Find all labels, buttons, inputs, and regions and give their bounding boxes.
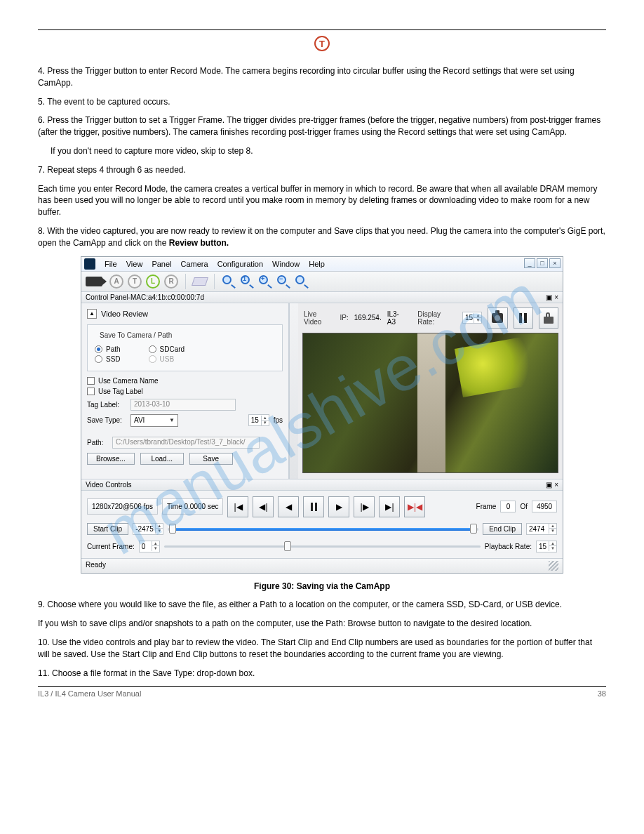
step-7a: 7. Repeat steps 4 through 6 as needed. [38, 164, 606, 176]
start-clip-button[interactable]: Start Clip [87, 523, 128, 535]
frame-label: Frame [476, 503, 497, 510]
figure-caption: Figure 30: Saving via the CamApp [38, 581, 606, 593]
time-info: Time 0.0000 sec [162, 498, 224, 515]
status-text: Ready [86, 561, 106, 571]
step-forward-button[interactable]: |▶ [354, 496, 375, 517]
footer-left: IL3 / IL4 Camera User Manual [38, 689, 141, 698]
step-4: 4. Press the Trigger button to enter Rec… [38, 65, 606, 89]
live-video-pane: Live Video IP: 169.254. IL3-A3 Display R… [298, 303, 563, 479]
step-9a: 9. Choose where you would like to save t… [38, 599, 606, 611]
menu-panel[interactable]: Panel [152, 260, 171, 268]
playback-rate-value[interactable]: 15▲▼ [536, 541, 557, 552]
undock-vc-icon[interactable]: ▣ [546, 481, 552, 489]
step-10: 10. Use the video controls and play bar … [38, 637, 606, 661]
close-button[interactable]: × [549, 258, 561, 268]
step-6b: If you don't need to capture more video,… [51, 145, 606, 157]
browse-button[interactable]: Browse... [87, 453, 135, 465]
close-vc-icon[interactable]: × [554, 481, 558, 489]
zoom-in-icon[interactable]: + [258, 274, 272, 289]
snapshot-button[interactable] [488, 307, 507, 329]
frame-value[interactable]: 0 [500, 501, 516, 512]
toolbar-separator [185, 274, 186, 289]
menu-configuration[interactable]: Configuration [217, 260, 263, 268]
zoom-region-icon[interactable] [295, 274, 309, 289]
radio-sdcard[interactable]: SDCard [149, 345, 185, 353]
clip-slider[interactable] [168, 525, 478, 532]
step-back-button[interactable]: ◀| [253, 496, 274, 517]
step-5: 5. The event to be captured occurs. [38, 96, 606, 108]
live-video-label: Live Video [304, 310, 335, 326]
playback-slider[interactable] [164, 543, 481, 550]
pause-live-button[interactable] [514, 307, 533, 329]
step-8a: 8. With the video captured, you are now … [38, 226, 605, 248]
minimize-button[interactable]: _ [524, 258, 535, 268]
use-tag-label-check[interactable]: Use Tag Label [87, 388, 283, 395]
display-rate-spinner[interactable]: 15▲▼ [462, 312, 482, 324]
goto-start-button[interactable]: |◀ [227, 496, 248, 517]
video-review-label: Video Review [101, 310, 148, 318]
zoom-out-icon[interactable]: − [276, 274, 290, 289]
goto-trigger-button[interactable]: ▶|◀ [404, 496, 425, 517]
close-panel-icon[interactable]: × [554, 293, 558, 301]
resize-grip[interactable] [549, 561, 558, 571]
arm-button[interactable]: A [109, 274, 123, 289]
load-button[interactable]: Load... [140, 453, 184, 465]
play-button[interactable]: ▶ [328, 496, 349, 517]
trigger-icon: T [314, 36, 330, 51]
current-frame-value[interactable]: 0▲▼ [139, 541, 160, 552]
maximize-button[interactable]: □ [537, 258, 548, 268]
eraser-icon[interactable] [192, 277, 208, 286]
footer-right: 38 [598, 689, 606, 698]
start-clip-value[interactable]: -2475▲▼ [133, 523, 163, 535]
lock-button[interactable] [539, 307, 558, 329]
live-button[interactable]: L [146, 274, 160, 289]
play-reverse-button[interactable]: ◀ [278, 496, 299, 517]
fps-spinner[interactable]: 15▲▼ [248, 414, 269, 426]
menu-help[interactable]: Help [309, 260, 325, 268]
ip-label: IP: [340, 314, 349, 322]
step-7b: Each time you enter Record Mode, the cam… [38, 183, 606, 218]
menu-window[interactable]: Window [272, 260, 300, 268]
ip-value: 169.254. [354, 314, 382, 322]
menu-view[interactable]: View [126, 260, 143, 268]
camera-icon[interactable] [86, 277, 102, 286]
control-panel-header: Control Panel-MAC:a4:1b:c0:00:00:7d ▣ × [81, 292, 563, 303]
radio-ssd[interactable]: SSD [95, 355, 121, 363]
video-controls-title: Video Controls [86, 481, 131, 489]
current-frame-label: Current Frame: [87, 543, 135, 550]
trigger-button[interactable]: T [128, 274, 142, 289]
menubar: File View Panel Camera Configuration Win… [81, 257, 563, 272]
document-text-lower: Figure 30: Saving via the CamApp 9. Choo… [38, 581, 606, 680]
step-11: 11. Choose a file format in the Save Typ… [38, 668, 606, 680]
goto-end-button[interactable]: ▶| [379, 496, 400, 517]
undock-icon[interactable]: ▣ [546, 293, 552, 301]
collapse-icon[interactable]: ▲ [87, 309, 97, 319]
playback-rate-label: Playback Rate: [485, 543, 532, 550]
tag-label-input[interactable]: 2013-03-10 [130, 399, 236, 411]
step-9b: If you wish to save clips and/or snapsho… [38, 618, 606, 630]
save-type-dropdown[interactable]: AVI▼ [130, 414, 178, 427]
path-input[interactable]: C:/Users/tbrandt/Desktop/Test/3_7_black/ [112, 437, 260, 449]
video-display [302, 333, 558, 473]
display-rate-label: Display Rate: [417, 310, 457, 326]
use-camera-name-check[interactable]: Use Camera Name [87, 377, 283, 385]
zoom-actual-icon[interactable]: 1 [240, 274, 254, 289]
zoom-fit-icon[interactable] [222, 274, 236, 289]
review-button[interactable]: R [164, 274, 178, 289]
menu-file[interactable]: File [105, 260, 117, 268]
statusbar: Ready [81, 558, 563, 573]
step-8b: Review button. [169, 238, 229, 248]
end-clip-value[interactable]: 2474▲▼ [526, 523, 557, 535]
app-window: manualshive.com File View Panel Camera C… [81, 256, 563, 574]
total-frames: 4950 [532, 501, 557, 512]
save-group-legend: Save To Camera / Path [98, 331, 174, 339]
radio-path[interactable]: Path [95, 345, 121, 353]
control-panel: ▲ Video Review Save To Camera / Path Pat… [81, 303, 289, 479]
end-clip-button[interactable]: End Clip [483, 523, 522, 535]
save-button[interactable]: Save [189, 453, 233, 465]
menu-camera[interactable]: Camera [181, 260, 208, 268]
fps-suffix: fps [274, 416, 283, 424]
scrollbar[interactable] [289, 303, 298, 479]
save-to-group: Save To Camera / Path Path SDCard SSD US… [87, 324, 283, 371]
pause-button[interactable] [303, 496, 324, 517]
